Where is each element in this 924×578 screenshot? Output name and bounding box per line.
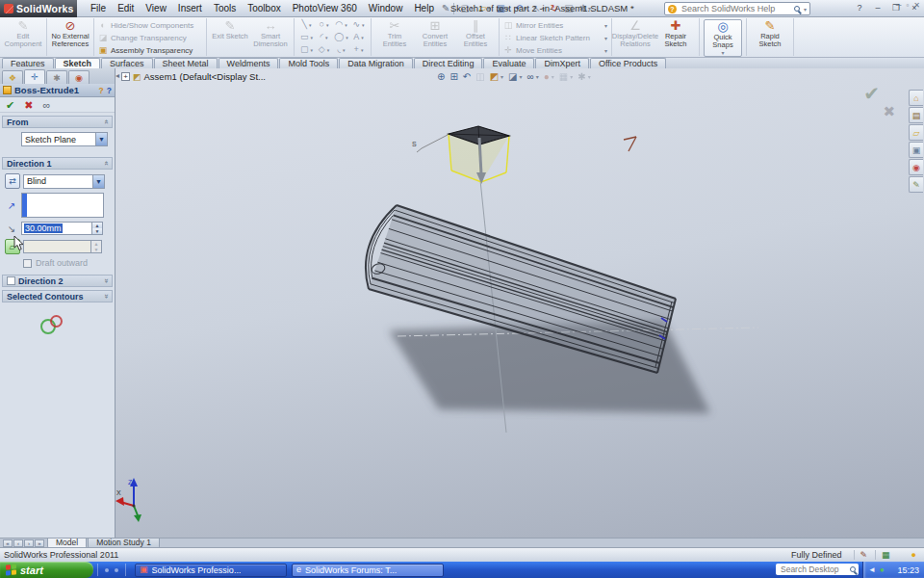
ribbon-button-polygon[interactable]: ◇▾ — [316, 44, 332, 56]
keep-visible-pin-icon[interactable]: ? — [99, 86, 104, 95]
command-tab[interactable]: Mold Tools — [279, 58, 338, 68]
scroll-last-icon[interactable]: » — [35, 539, 44, 547]
command-tab[interactable]: Surfaces — [101, 58, 153, 68]
help-coin-icon[interactable]: ● — [911, 550, 916, 560]
headsup-button[interactable]: ▦ ▾ — [559, 71, 573, 82]
ribbon-button-hide-show-components[interactable]: ◐Hide/Show Components — [98, 19, 202, 31]
depth-field[interactable]: 30.00mm — [21, 222, 92, 235]
task-pane-tab[interactable]: ▣ — [909, 142, 923, 158]
quick-launch-icon[interactable] — [105, 568, 109, 572]
ribbon-button-trim-entities[interactable]: ✂Trim Entities — [375, 19, 414, 48]
help-button[interactable]: ? — [852, 1, 867, 13]
manager-tab[interactable]: ✱ — [46, 70, 67, 84]
pane-restore-icon[interactable]: ▫ — [906, 1, 909, 10]
selected-contours-header[interactable]: Selected Contours » — [2, 290, 113, 302]
menu-item[interactable]: Edit — [112, 1, 140, 15]
ribbon-button-linear-sketch-pattern[interactable]: ∷Linear Sketch Pattern▾ — [503, 32, 607, 43]
reverse-direction-button[interactable]: ⇄ — [5, 173, 20, 189]
menu-item[interactable]: Insert — [172, 1, 208, 15]
command-tab[interactable]: Office Products — [590, 58, 666, 68]
ribbon-button-point[interactable]: +▾ — [350, 44, 367, 56]
desktop-search-input[interactable] — [779, 564, 847, 575]
draft-outward-checkbox[interactable]: Draft outward — [23, 258, 111, 268]
direction2-checkbox[interactable] — [7, 276, 15, 285]
confirmation-cancel-icon[interactable]: ✖ — [883, 103, 895, 120]
headsup-button[interactable]: ⊞ ▾ — [449, 71, 457, 82]
ribbon-button-smart-dimension[interactable]: ↔Smart Dimension — [251, 19, 290, 48]
direction2-group-header[interactable]: Direction 2 » — [2, 275, 113, 287]
ribbon-button-display-delete-relations[interactable]: ∠Display/Delete Relations — [616, 19, 654, 48]
ok-check-icon[interactable]: ✔ — [6, 99, 14, 111]
command-tab[interactable]: Direct Editing — [414, 58, 483, 68]
command-tab[interactable]: Sketch — [55, 58, 101, 68]
confirmation-ok-icon[interactable]: ✔ — [863, 82, 880, 105]
start-button[interactable]: start — [0, 562, 93, 578]
menu-item[interactable]: File — [85, 1, 112, 15]
pm-help-icon[interactable]: ? — [107, 86, 112, 95]
pane-minimize-icon[interactable]: ─ — [896, 1, 902, 10]
ribbon-button-repair-sketch[interactable]: ✚Repair Sketch — [656, 19, 695, 48]
task-pane-tab[interactable]: ▱ — [909, 124, 923, 141]
ribbon-button-exit-sketch[interactable]: ✎Exit Sketch — [211, 19, 249, 40]
tree-expand-icon[interactable]: + — [121, 72, 130, 81]
ribbon-button-sketch-text[interactable]: A▾ — [350, 32, 367, 43]
headsup-button[interactable]: ✱ ▾ — [578, 71, 590, 82]
menu-item[interactable]: Window — [363, 1, 409, 15]
ribbon-button-spline[interactable]: ∿▾ — [350, 19, 367, 31]
pencil-icon[interactable]: ✎ — [442, 4, 449, 13]
command-tab[interactable]: Data Migration — [339, 58, 413, 68]
menu-item[interactable]: Help — [408, 1, 440, 15]
draft-button[interactable]: ▱ — [5, 239, 20, 254]
manager-tab[interactable]: ◉ — [68, 70, 90, 84]
end-condition-dropdown[interactable]: Blind ▼ — [23, 174, 105, 189]
ribbon-button-centerpoint-arc[interactable]: ◜▾ — [316, 32, 332, 43]
headsup-button[interactable]: ● ▾ — [544, 71, 554, 82]
3d-viewport-canvas[interactable]: S Z X — [116, 68, 924, 538]
task-pane-tab[interactable]: ◉ — [909, 159, 923, 175]
headsup-button[interactable]: ⊕ ▾ — [437, 71, 445, 82]
panel-collapse-arrow-icon[interactable]: ◂ — [116, 71, 119, 80]
scroll-prev-icon[interactable]: ‹ — [13, 539, 23, 547]
ribbon-button-no-external-references[interactable]: ⊘No External References — [51, 19, 90, 48]
ribbon-button-move-entities[interactable]: ✛Move Entities▾ — [503, 44, 607, 56]
taskbar-task-button[interactable]: ▣ SolidWorks Professio... — [135, 564, 287, 577]
command-tab[interactable]: Evaluate — [483, 58, 534, 68]
volume-icon[interactable]: ◄ — [868, 566, 876, 574]
scroll-first-icon[interactable]: « — [3, 539, 13, 547]
task-pane-tab[interactable]: ✎ — [909, 176, 923, 193]
headsup-button[interactable]: ∞ ▾ — [527, 71, 539, 82]
cancel-x-icon[interactable]: ✖ — [24, 99, 33, 111]
command-tab[interactable]: Features — [2, 58, 54, 68]
depth-spinner[interactable]: ▲▼ — [92, 222, 103, 235]
command-tab[interactable]: Sheet Metal — [154, 58, 218, 68]
ribbon-button-assembly-transparency[interactable]: ▣Assembly Transparency — [98, 44, 202, 56]
ribbon-button-offset-entities[interactable]: ∥Offset Entities — [456, 19, 495, 48]
minimize-button[interactable]: – — [870, 1, 886, 13]
menu-item[interactable]: View — [140, 1, 172, 15]
scroll-next-icon[interactable]: › — [24, 539, 34, 547]
headsup-button[interactable]: ◫ ▾ — [475, 71, 484, 82]
desktop-search-box[interactable] — [776, 564, 859, 575]
taskbar-task-button[interactable]: e SolidWorks Forums: T... — [292, 564, 444, 577]
ribbon-button-slot[interactable]: ▢▾ — [298, 44, 315, 56]
manager-tab[interactable]: ✛ — [24, 69, 45, 84]
ribbon-button-rectangle[interactable]: ▭▾ — [298, 32, 315, 43]
menu-item[interactable]: Toolbox — [242, 1, 286, 15]
from-group-header[interactable]: From « — [2, 116, 113, 128]
ribbon-button-circle[interactable]: ○▾ — [316, 19, 332, 31]
ribbon-button-change-transparency[interactable]: ◪Change Transparency — [98, 32, 202, 43]
help-search-box[interactable]: ? ▾ — [664, 2, 810, 15]
ribbon-button-convert-entities[interactable]: ⊞Convert Entities — [416, 19, 454, 48]
pane-close-icon[interactable]: ✕ — [913, 1, 920, 10]
ribbon-button-ellipse[interactable]: ◯▾ — [333, 32, 349, 43]
detailed-preview-icon[interactable]: ∞ — [42, 99, 50, 111]
direction1-group-header[interactable]: Direction 1 « — [2, 157, 113, 170]
units-icon[interactable]: ▦ — [875, 550, 890, 560]
assembly-tree-root[interactable]: Assem1 (Default<Display St... — [144, 71, 266, 82]
ribbon-button-arc[interactable]: ◠▾ — [333, 19, 349, 31]
quick-launch-icon[interactable] — [115, 568, 118, 572]
ribbon-button-sketch-fillet[interactable]: ◟▾ — [333, 44, 349, 56]
headsup-button[interactable]: ◩ ▾ — [490, 71, 503, 82]
help-search-input[interactable] — [680, 3, 791, 14]
search-icon[interactable] — [794, 6, 800, 12]
